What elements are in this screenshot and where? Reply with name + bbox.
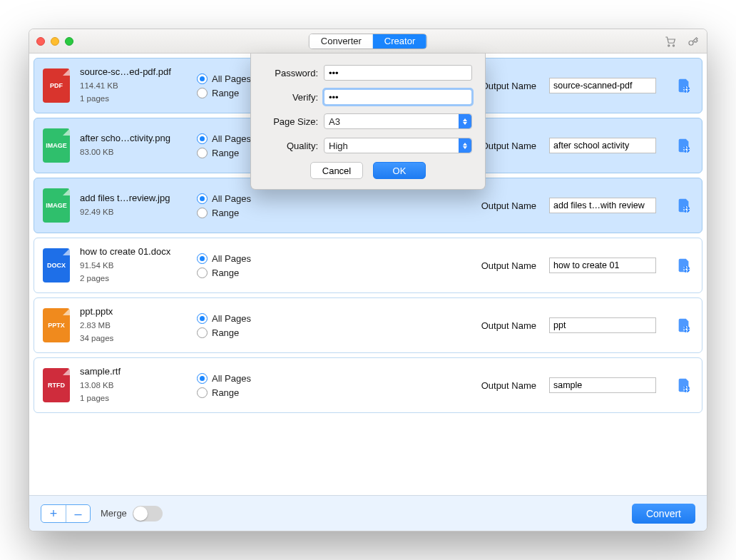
file-size: 13.08 KB [80,380,187,392]
add-remove-control: + – [41,504,91,523]
cart-icon[interactable] [664,35,677,48]
ok-button[interactable]: OK [373,162,426,179]
file-row[interactable]: RTFDsample.rtf13.08 KB1 pagesAll PagesRa… [34,357,702,413]
pagesize-select[interactable]: A3 [324,113,472,129]
file-settings-icon[interactable] [676,256,692,275]
radio-all-pages[interactable]: All Pages [197,373,282,384]
radio-all-pages[interactable]: All Pages [197,193,282,204]
file-settings-icon[interactable] [676,376,692,394]
output-name-label: Output Name [481,320,536,331]
radio-range[interactable]: Range [197,387,282,398]
file-settings-icon[interactable] [676,136,692,155]
app-window: Converter Creator PDFsource-sc…ed-pdf.pd… [29,29,707,531]
svg-point-0 [668,44,670,46]
svg-point-6 [685,148,688,151]
cancel-button[interactable]: Cancel [310,162,363,179]
file-type-icon: PPTX [43,308,70,342]
file-row[interactable]: PPTXppt.pptx2.83 MB34 pagesAll PagesRang… [34,297,702,353]
output-name-label: Output Name [481,380,536,391]
file-settings-icon[interactable] [676,76,692,95]
radio-label: All Pages [212,373,251,384]
minimize-icon[interactable] [51,37,59,46]
file-size: 92.49 KB [80,206,187,218]
radio-label: All Pages [212,193,251,204]
file-type-icon: IMAGE [43,128,70,163]
output-name-input[interactable] [549,317,656,333]
close-icon[interactable] [36,37,45,46]
tab-converter[interactable]: Converter [310,34,373,49]
quality-value: High [329,141,348,151]
radio-label: Range [212,148,239,158]
pagesize-label: Page Size: [264,116,318,127]
password-input[interactable] [324,65,472,81]
radio-label: Range [212,268,239,278]
quality-label: Quality: [264,141,318,151]
tab-creator[interactable]: Creator [373,34,426,49]
verify-label: Verify: [264,92,318,103]
merge-label: Merge [101,508,127,519]
zoom-icon[interactable] [65,37,73,46]
pagesize-value: A3 [329,116,340,127]
radio-range[interactable]: Range [197,208,282,218]
file-pages: 2 pages [80,273,187,285]
output-name-input[interactable] [549,198,656,213]
titlebar: Converter Creator [29,29,707,54]
radio-label: Range [212,327,239,338]
file-size: 91.54 KB [80,260,187,272]
output-name-label: Output Name [481,81,536,91]
merge-control: Merge [101,506,163,521]
window-controls [36,37,73,46]
page-range-radios: All PagesRange [197,310,282,342]
svg-point-1 [673,44,674,46]
svg-point-12 [685,328,688,330]
file-name: ppt.pptx [80,306,187,317]
file-pages: 1 pages [80,93,187,105]
password-label: Password: [264,68,318,78]
radio-label: All Pages [212,313,251,324]
file-meta: add files t…review.jpg92.49 KB [80,193,187,218]
radio-all-pages[interactable]: All Pages [197,313,282,324]
output-name-input[interactable] [549,78,656,93]
svg-point-14 [685,388,688,390]
file-meta: ppt.pptx2.83 MB34 pages [80,306,187,345]
convert-button[interactable]: Convert [632,504,695,524]
key-icon[interactable] [687,35,700,48]
file-type-icon: RTFD [43,368,70,402]
add-button[interactable]: + [41,505,66,522]
svg-point-4 [685,88,688,91]
radio-range[interactable]: Range [197,268,282,278]
remove-button[interactable]: – [66,505,90,522]
radio-range[interactable]: Range [197,327,282,338]
toolbar-icons [664,35,700,48]
radio-label: Range [212,208,239,218]
file-row[interactable]: DOCXhow to create 01.docx91.54 KB2 pages… [34,238,702,293]
file-name: sample.rtf [80,366,187,377]
file-size: 114.41 KB [80,80,187,92]
file-type-icon: PDF [43,68,70,103]
output-name-label: Output Name [481,260,536,271]
svg-point-8 [685,208,688,210]
file-type-icon: IMAGE [43,188,70,223]
file-name: how to create 01.docx [80,246,187,257]
svg-point-10 [685,268,688,270]
file-meta: how to create 01.docx91.54 KB2 pages [80,246,187,285]
page-range-radios: All PagesRange [197,190,282,222]
file-pages: 1 pages [80,392,187,404]
file-settings-icon[interactable] [676,316,692,335]
file-settings-icon[interactable] [676,196,692,215]
chevron-updown-icon [459,114,471,128]
radio-label: Range [212,387,239,398]
file-meta: sample.rtf13.08 KB1 pages [80,366,187,404]
radio-label: Range [212,88,239,98]
output-name-input[interactable] [549,377,656,393]
output-name-input[interactable] [549,138,656,153]
file-name: source-sc…ed-pdf.pdf [80,66,187,77]
quality-select[interactable]: High [324,138,472,153]
output-name-input[interactable] [549,258,656,273]
merge-toggle[interactable] [133,506,163,521]
verify-input[interactable] [324,89,472,105]
radio-all-pages[interactable]: All Pages [197,253,282,264]
radio-label: All Pages [212,253,251,264]
mode-segmented-control: Converter Creator [309,34,427,49]
chevron-updown-icon [459,138,471,153]
